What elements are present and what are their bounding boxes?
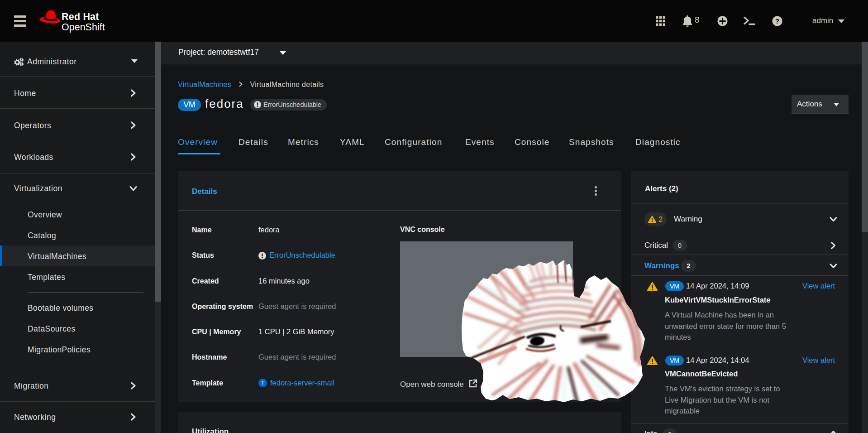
svg-text:T: T — [261, 380, 265, 386]
svg-text:?: ? — [775, 17, 779, 25]
